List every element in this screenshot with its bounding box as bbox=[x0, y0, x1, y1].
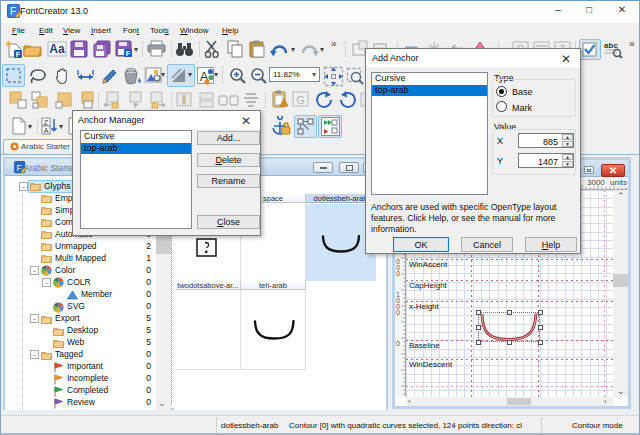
svg-text:Aa: Aa bbox=[49, 42, 65, 56]
svg-text:F: F bbox=[10, 6, 16, 17]
svg-text:G: G bbox=[296, 94, 305, 106]
svg-text:Z: Z bbox=[44, 119, 49, 126]
svg-text:F: F bbox=[16, 51, 21, 58]
svg-text:F: F bbox=[17, 163, 22, 173]
svg-text:abc: abc bbox=[604, 41, 618, 50]
svg-text:A: A bbox=[44, 127, 49, 134]
svg-text:!: ! bbox=[283, 101, 285, 107]
svg-text:F: F bbox=[126, 50, 131, 57]
